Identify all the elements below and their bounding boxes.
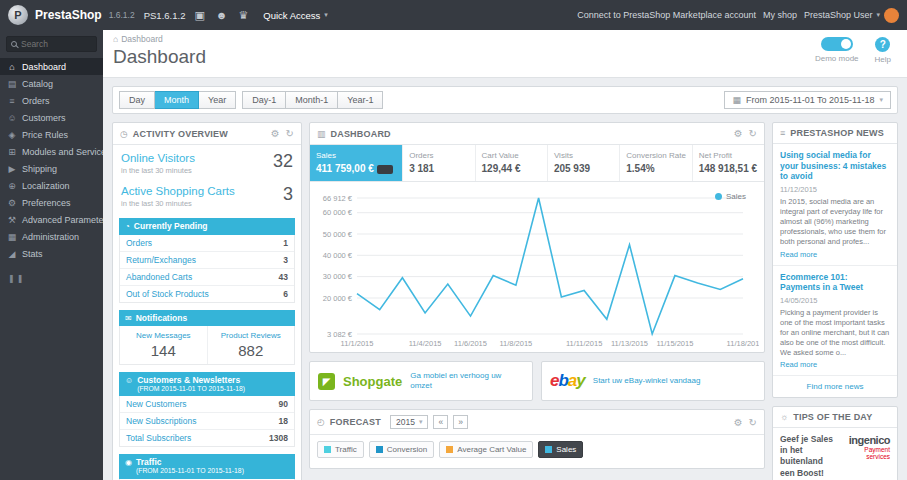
help-button[interactable]: ? [875,37,890,52]
trophy-icon[interactable]: ♛ [236,9,250,22]
kpi-cart-value[interactable]: Cart Value 129,44 € [475,145,547,181]
marketplace-link[interactable]: Connect to PrestaShop Marketplace accoun… [577,10,756,20]
pending-abandoned-carts-row[interactable]: Abandoned Carts43 [120,269,294,286]
sales-line-chart: 66 912 €60 000 €50 000 €40 000 €30 000 €… [314,188,760,350]
pending-returns-row[interactable]: Return/Exchanges3 [120,252,294,269]
kpi-conversion-rate[interactable]: Conversion Rate 1.54% [619,145,691,181]
news-icon: ≡ [780,128,785,138]
traffic-icon: ◉ [125,458,132,467]
news-item: Using social media for your business: 4 … [773,144,897,266]
total-subscribers-row[interactable]: Total Subscribers1308 [120,430,294,446]
gear-icon[interactable]: ⚙ [734,128,743,139]
range-day-1-button[interactable]: Day-1 [242,91,286,109]
online-visitors-row[interactable]: Online Visitors in the last 30 minutes 3… [113,145,301,178]
forecast-traffic-toggle[interactable]: Traffic [317,441,364,458]
new-subscriptions-row[interactable]: New Subscriptions18 [120,413,294,430]
product-reviews-cell[interactable]: Product Reviews 882 [207,326,295,364]
chevron-down-icon: ▾ [876,11,880,19]
traffic-subtitle: (FROM 2015-11-01 TO 2015-11-18) [136,467,244,475]
search-input[interactable] [21,39,93,49]
ebay-link[interactable]: Start uw eBay-winkel vandaag [593,376,701,386]
sidebar-item-modules[interactable]: ⊞Modules and Services [0,143,103,160]
cart-icon[interactable]: ▣ [192,9,206,22]
shopgate-ad[interactable]: ◤ Shopgate Ga mobiel en verhoog uw omzet [309,361,533,401]
forecast-year-select[interactable]: 2015 ▾ [390,415,428,429]
active-carts-label: Active Shopping Carts [121,185,235,198]
range-month-1-button[interactable]: Month-1 [286,91,338,109]
notifications-cells: New Messages 144 Product Reviews 882 [119,326,295,365]
dashboard-panel: ▥ DASHBOARD ⚙ ↻ Sales 411 759,00 € [309,122,765,353]
activity-panel-header: ◷ ACTIVITY OVERVIEW ⚙ ↻ [113,123,301,145]
find-more-news-link[interactable]: Find more news [773,376,897,397]
sidebar-search[interactable] [6,36,97,52]
forecast-conversion-toggle[interactable]: Conversion [369,441,434,458]
sidebar-item-customers[interactable]: ☺Customers [0,109,103,126]
refresh-icon[interactable]: ↻ [749,128,757,139]
new-messages-cell[interactable]: New Messages 144 [120,326,207,364]
demo-mode-control: Demo mode [815,37,859,64]
range-button-group-current: Day Month Year [119,91,236,109]
dashboard-icon: ⌂ [7,62,17,72]
kpi-row: Sales 411 759,00 € Orders 3 181 Cart Val… [310,145,764,182]
forecast-panel-header: ◴ FORECAST 2015 ▾ « » ⚙ ↻ [310,410,764,435]
chart-legend[interactable]: Sales [715,192,746,201]
kpi-orders[interactable]: Orders 3 181 [402,145,474,181]
quick-access-menu[interactable]: Quick Access ▾ [257,10,334,21]
forecast-prev-button[interactable]: « [433,415,448,429]
read-more-link[interactable]: Read more [780,250,817,259]
shop-name-link[interactable]: PS1.6.1.2 [144,10,186,21]
sidebar-item-orders[interactable]: ≡Orders [0,92,103,109]
sidebar-item-catalog[interactable]: ▤Catalog [0,75,103,92]
sidebar-item-preferences[interactable]: ⚙Preferences [0,194,103,211]
orders-icon: ≡ [7,96,17,106]
svg-text:11/1/2015: 11/1/2015 [341,339,374,348]
read-more-link[interactable]: Read more [780,360,817,369]
range-year-button[interactable]: Year [199,91,236,109]
range-day-button[interactable]: Day [119,91,155,109]
kpi-sales[interactable]: Sales 411 759,00 € [310,145,402,181]
range-month-button[interactable]: Month [155,91,199,109]
range-year-1-button[interactable]: Year-1 [338,91,383,109]
sidebar-item-dashboard[interactable]: ⌂Dashboard [0,58,103,75]
kpi-net-profit[interactable]: Net Profit 148 918,51 € [692,145,764,181]
forecast-next-button[interactable]: » [453,415,468,429]
kpi-trend-badge [377,165,393,174]
sidebar-collapse-button[interactable]: ❚❚ [8,274,103,283]
active-carts-row[interactable]: Active Shopping Carts in the last 30 min… [113,178,301,211]
refresh-icon[interactable]: ↻ [749,417,757,428]
gear-icon[interactable]: ⚙ [271,128,280,139]
shipping-icon: ▶ [7,164,17,174]
ebay-ad[interactable]: ebay Start uw eBay-winkel vandaag [541,361,765,401]
forecast-sales-toggle[interactable]: Sales [538,441,583,458]
person-icon[interactable]: ☻ [214,9,230,21]
sidebar-item-label: Catalog [22,79,53,89]
gear-icon[interactable]: ⚙ [734,417,743,428]
shopgate-link[interactable]: Ga mobiel en verhoog uw omzet [410,371,524,390]
forecast-avg-cart-value-toggle[interactable]: Average Cart Value [439,441,533,458]
pending-orders-row[interactable]: Orders1 [120,235,294,252]
sidebar-item-shipping[interactable]: ▶Shipping [0,160,103,177]
my-shop-link[interactable]: My shop [763,10,797,20]
refresh-icon[interactable]: ↻ [286,128,294,139]
shopgate-icon: ◤ [318,373,335,390]
user-menu[interactable]: PrestaShop User ▾ [804,8,899,23]
sidebar-item-localization[interactable]: ⊕Localization [0,177,103,194]
kpi-visits[interactable]: Visits 205 939 [547,145,619,181]
sidebar-item-advanced-parameters[interactable]: ⚒Advanced Parameters [0,211,103,228]
pending-out-of-stock-row[interactable]: Out of Stock Products6 [120,286,294,302]
ingenico-logo: ingenico Payment services [840,434,890,478]
sidebar: ⌂Dashboard ▤Catalog ≡Orders ☺Customers ◈… [0,30,103,480]
date-range-picker[interactable]: ▦ From 2015-11-01 To 2015-11-18 ▾ [724,91,891,109]
news-headline-link[interactable]: Using social media for your business: 4 … [780,150,890,182]
administration-icon: ▦ [7,232,17,242]
sidebar-item-label: Stats [22,249,43,259]
sidebar-item-administration[interactable]: ▦Administration [0,228,103,245]
traffic-title: Traffic(FROM 2015-11-01 TO 2015-11-18) [136,457,244,475]
sidebar-item-stats[interactable]: ◢Stats [0,245,103,262]
new-customers-row[interactable]: New Customers90 [120,396,294,413]
news-headline-link[interactable]: Ecommerce 101: Payments in a Tweet [780,272,890,293]
sidebar-item-price-rules[interactable]: ◈Price Rules [0,126,103,143]
legend-label: Sales [726,192,746,201]
page-title: Dashboard [113,46,897,68]
demo-mode-toggle[interactable] [821,37,853,51]
